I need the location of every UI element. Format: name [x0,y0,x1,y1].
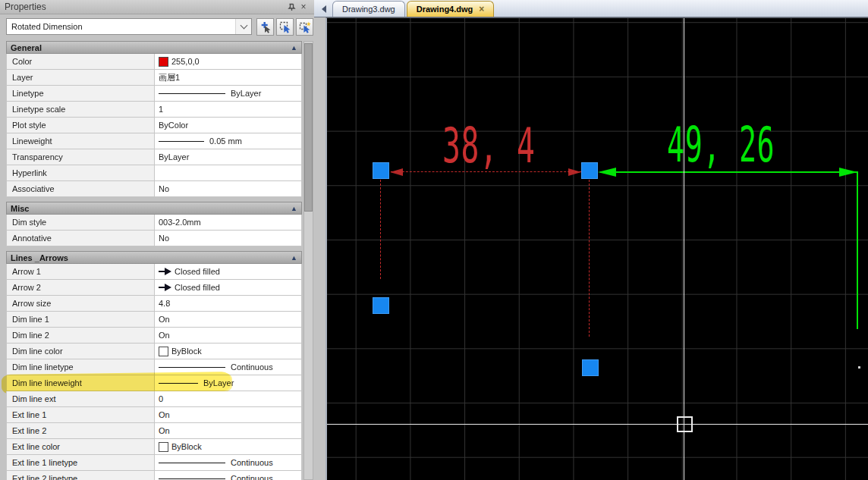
property-row-lineweight[interactable]: Lineweight0.05 mm [6,133,302,149]
property-row-color[interactable]: Color255,0,0 [6,54,302,70]
property-value[interactable]: No [155,181,301,196]
property-row-ext-line-color[interactable]: Ext line colorByBlock [6,439,302,455]
section-header-general[interactable]: General▲ [6,41,302,54]
property-label: Ext line 2 linetype [7,471,155,480]
property-value[interactable]: ByColor [155,118,301,133]
grip-1[interactable] [373,162,389,179]
property-value[interactable]: No [155,231,301,246]
property-sections: General▲Color255,0,0Layer画層1LinetypeByLa… [0,41,314,480]
grip-4[interactable] [582,359,599,376]
scrollbar-thumb[interactable] [304,43,313,212]
green-arrowhead-right[interactable] [839,168,857,177]
red-arrowhead-left[interactable] [390,168,403,176]
red-extension-line-1[interactable] [380,180,381,279]
palette-titlebar[interactable]: Properties × [0,0,314,14]
green-arrowhead-left[interactable] [598,168,616,177]
section-header-lines-arrows[interactable]: Lines _Arrows▲ [6,251,302,264]
value-text: On [159,315,170,324]
close-icon[interactable]: × [297,2,310,12]
property-row-arrow-2[interactable]: Arrow 2Closed filled [6,280,302,296]
property-value[interactable]: 003-2.0mm [155,215,301,230]
property-row-dim-style[interactable]: Dim style003-2.0mm [6,215,302,231]
property-row-dim-line-linetype[interactable]: Dim line linetypeContinuous [6,359,302,375]
property-row-ext-line-1[interactable]: Ext line 1On [6,407,302,423]
tab-drawing4[interactable]: Drawing4.dwg × [407,1,495,17]
color-swatch [159,442,168,452]
property-label: Associative [7,181,155,196]
palette-scrollbar[interactable] [303,41,313,480]
object-type-selector[interactable]: Rotated Dimension [6,18,252,35]
red-extension-line-2[interactable] [589,180,590,337]
property-row-hyperlink[interactable]: Hyperlink [6,165,302,181]
property-value[interactable]: ByLayer [155,149,301,165]
property-value[interactable]: On [155,407,301,422]
property-label: Annotative [7,231,155,246]
property-row-dim-line-lineweight[interactable]: Dim line lineweightByLayer [6,375,302,391]
property-row-annotative[interactable]: AnnotativeNo [6,231,302,246]
property-row-dim-line-2[interactable]: Dim line 2On [6,328,302,344]
select-objects-button[interactable] [276,18,294,36]
red-dimension-text[interactable]: 38, 4 [442,121,536,170]
property-value[interactable]: On [155,423,301,438]
property-row-plot-style[interactable]: Plot styleByColor [6,118,302,133]
property-row-dim-line-1[interactable]: Dim line 1On [6,312,302,328]
collapse-icon[interactable]: ▲ [291,205,297,212]
tab-close-icon[interactable]: × [479,5,484,13]
property-value[interactable]: ByBlock [155,439,301,454]
property-value[interactable] [155,165,301,180]
property-value[interactable]: 0 [155,391,301,406]
property-value[interactable]: ByLayer [155,375,301,391]
tab-label: Drawing4.dwg [417,5,473,14]
value-text: ByLayer [159,152,189,162]
red-arrowhead-right[interactable] [568,168,581,176]
property-row-linetype[interactable]: LinetypeByLayer [6,86,302,102]
section-lines-arrows: Lines _Arrows▲Arrow 1Closed filledArrow … [0,251,314,480]
property-value[interactable]: Continuous [155,471,301,480]
tab-drawing3[interactable]: Drawing3.dwg [332,1,405,17]
property-value[interactable]: 0.05 mm [155,133,301,149]
property-value[interactable]: 画層1 [155,70,301,85]
property-label: Dim line 1 [7,312,155,327]
collapse-icon[interactable]: ▲ [291,44,297,52]
property-value[interactable]: 1 [155,102,301,117]
property-label: Color [7,54,155,69]
property-value[interactable]: Continuous [155,455,301,470]
property-row-dim-line-color[interactable]: Dim line colorByBlock [6,344,302,359]
property-row-transparency[interactable]: TransparencyByLayer [6,149,302,165]
section-misc: Misc▲Dim style003-2.0mmAnnotativeNo [0,202,314,246]
palette-title: Properties [5,2,285,12]
linetype-preview [159,367,225,368]
dropdown-button[interactable] [235,19,251,34]
property-row-ext-line-2-linetype[interactable]: Ext line 2 linetypeContinuous [6,471,302,480]
property-row-associative[interactable]: AssociativeNo [6,181,302,197]
tab-scroll-left-button[interactable] [319,3,329,15]
property-value[interactable]: On [155,328,301,343]
property-row-linetype-scale[interactable]: Linetype scale1 [6,102,302,118]
property-value[interactable]: ByBlock [155,344,301,359]
properties-palette: Properties × Rotated Dimension General▲C… [0,0,314,480]
property-value[interactable]: Closed filled [155,264,301,279]
pin-icon[interactable] [285,2,297,12]
toggle-pickadd-button[interactable] [296,18,313,36]
grip-3[interactable] [373,297,389,314]
property-value[interactable]: 4.8 [155,296,301,311]
value-text: ByBlock [171,442,202,451]
property-row-ext-line-1-linetype[interactable]: Ext line 1 linetypeContinuous [6,455,302,471]
property-row-arrow-size[interactable]: Arrow size4.8 [6,296,302,312]
collapse-icon[interactable]: ▲ [291,254,297,262]
property-value[interactable]: On [155,312,301,327]
property-row-dim-line-ext[interactable]: Dim line ext0 [6,391,302,407]
property-label: Dim style [7,215,155,230]
property-value[interactable]: ByLayer [155,86,301,101]
section-header-misc[interactable]: Misc▲ [6,202,302,215]
property-row-ext-line-2[interactable]: Ext line 2On [6,423,302,439]
drawing-canvas[interactable]: 38, 4 49, 26 [326,17,868,480]
green-extension-line[interactable] [857,171,858,329]
property-value[interactable]: Continuous [155,359,301,375]
property-value[interactable]: Closed filled [155,280,301,295]
grip-2[interactable] [581,162,598,179]
property-value[interactable]: 255,0,0 [155,54,301,69]
quick-select-button[interactable] [256,18,274,36]
property-row-arrow-1[interactable]: Arrow 1Closed filled [6,264,302,280]
property-row-layer[interactable]: Layer画層1 [6,70,302,86]
